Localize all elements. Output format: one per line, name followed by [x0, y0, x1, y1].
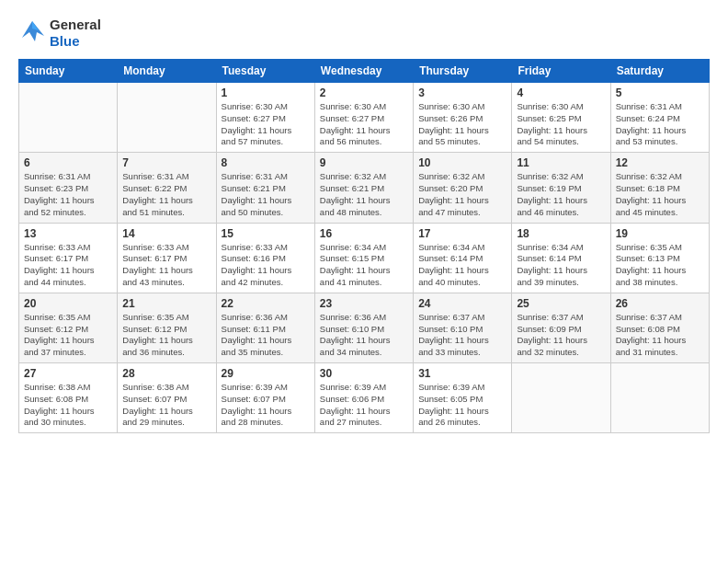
- day-number: 11: [517, 156, 605, 169]
- calendar-weekday-sunday: Sunday: [19, 60, 118, 83]
- day-info: Sunrise: 6:32 AMSunset: 6:21 PMDaylight:…: [320, 171, 408, 218]
- calendar-cell: 5Sunrise: 6:31 AMSunset: 6:24 PMDaylight…: [610, 83, 709, 153]
- day-number: 1: [222, 86, 310, 99]
- calendar-cell: 29Sunrise: 6:39 AMSunset: 6:07 PMDayligh…: [216, 363, 314, 433]
- day-number: 25: [517, 297, 605, 310]
- calendar-cell: 19Sunrise: 6:35 AMSunset: 6:13 PMDayligh…: [610, 223, 709, 293]
- calendar-cell: 6Sunrise: 6:31 AMSunset: 6:23 PMDaylight…: [19, 153, 118, 223]
- calendar-cell: 11Sunrise: 6:32 AMSunset: 6:19 PMDayligh…: [512, 153, 610, 223]
- day-number: 31: [418, 367, 506, 380]
- calendar-cell: 22Sunrise: 6:36 AMSunset: 6:11 PMDayligh…: [216, 293, 314, 362]
- logo-text: General Blue: [50, 17, 101, 50]
- day-number: 26: [616, 297, 704, 310]
- calendar-cell: 3Sunrise: 6:30 AMSunset: 6:26 PMDaylight…: [414, 83, 512, 153]
- calendar-cell: [512, 363, 610, 433]
- day-number: 12: [616, 156, 704, 169]
- calendar-week-2: 6Sunrise: 6:31 AMSunset: 6:23 PMDaylight…: [19, 153, 710, 223]
- calendar-cell: 17Sunrise: 6:34 AMSunset: 6:14 PMDayligh…: [414, 223, 512, 293]
- day-info: Sunrise: 6:31 AMSunset: 6:24 PMDaylight:…: [616, 101, 704, 148]
- calendar-cell: 2Sunrise: 6:30 AMSunset: 6:27 PMDaylight…: [314, 83, 413, 153]
- day-info: Sunrise: 6:34 AMSunset: 6:15 PMDaylight:…: [320, 242, 408, 289]
- day-info: Sunrise: 6:35 AMSunset: 6:12 PMDaylight:…: [122, 312, 210, 359]
- calendar-header-row: SundayMondayTuesdayWednesdayThursdayFrid…: [19, 60, 710, 83]
- calendar-cell: [118, 83, 216, 153]
- calendar-table: SundayMondayTuesdayWednesdayThursdayFrid…: [18, 59, 710, 433]
- day-number: 23: [320, 297, 408, 310]
- day-info: Sunrise: 6:36 AMSunset: 6:11 PMDaylight:…: [222, 312, 310, 359]
- day-number: 4: [517, 86, 605, 99]
- day-info: Sunrise: 6:33 AMSunset: 6:17 PMDaylight:…: [24, 242, 112, 289]
- logo: General Blue: [18, 17, 101, 50]
- day-info: Sunrise: 6:37 AMSunset: 6:08 PMDaylight:…: [616, 312, 704, 359]
- day-number: 27: [24, 367, 112, 380]
- calendar-cell: 12Sunrise: 6:32 AMSunset: 6:18 PMDayligh…: [610, 153, 709, 223]
- day-number: 16: [320, 227, 408, 240]
- calendar-weekday-saturday: Saturday: [610, 60, 709, 83]
- day-number: 5: [616, 86, 704, 99]
- day-number: 15: [222, 227, 310, 240]
- day-number: 3: [418, 86, 506, 99]
- day-info: Sunrise: 6:30 AMSunset: 6:27 PMDaylight:…: [222, 101, 310, 148]
- day-info: Sunrise: 6:35 AMSunset: 6:12 PMDaylight:…: [24, 312, 112, 359]
- calendar-cell: 20Sunrise: 6:35 AMSunset: 6:12 PMDayligh…: [19, 293, 118, 362]
- day-info: Sunrise: 6:32 AMSunset: 6:18 PMDaylight:…: [616, 171, 704, 218]
- day-info: Sunrise: 6:38 AMSunset: 6:07 PMDaylight:…: [122, 382, 210, 429]
- calendar-cell: 30Sunrise: 6:39 AMSunset: 6:06 PMDayligh…: [314, 363, 413, 433]
- day-number: 2: [320, 86, 408, 99]
- day-info: Sunrise: 6:39 AMSunset: 6:07 PMDaylight:…: [222, 382, 310, 429]
- calendar-cell: [19, 83, 118, 153]
- calendar-cell: 16Sunrise: 6:34 AMSunset: 6:15 PMDayligh…: [314, 223, 413, 293]
- day-info: Sunrise: 6:38 AMSunset: 6:08 PMDaylight:…: [24, 382, 112, 429]
- calendar-weekday-tuesday: Tuesday: [216, 60, 314, 83]
- calendar-weekday-friday: Friday: [512, 60, 610, 83]
- calendar-cell: 10Sunrise: 6:32 AMSunset: 6:20 PMDayligh…: [414, 153, 512, 223]
- header: General Blue: [18, 17, 710, 50]
- day-info: Sunrise: 6:33 AMSunset: 6:16 PMDaylight:…: [222, 242, 310, 289]
- calendar-cell: 31Sunrise: 6:39 AMSunset: 6:05 PMDayligh…: [414, 363, 512, 433]
- day-info: Sunrise: 6:31 AMSunset: 6:22 PMDaylight:…: [122, 171, 210, 218]
- calendar-cell: 28Sunrise: 6:38 AMSunset: 6:07 PMDayligh…: [118, 363, 216, 433]
- day-info: Sunrise: 6:32 AMSunset: 6:19 PMDaylight:…: [517, 171, 605, 218]
- logo-icon: [18, 19, 46, 47]
- day-info: Sunrise: 6:36 AMSunset: 6:10 PMDaylight:…: [320, 312, 408, 359]
- calendar-cell: 8Sunrise: 6:31 AMSunset: 6:21 PMDaylight…: [216, 153, 314, 223]
- day-info: Sunrise: 6:37 AMSunset: 6:09 PMDaylight:…: [517, 312, 605, 359]
- calendar-cell: 15Sunrise: 6:33 AMSunset: 6:16 PMDayligh…: [216, 223, 314, 293]
- calendar-week-4: 20Sunrise: 6:35 AMSunset: 6:12 PMDayligh…: [19, 293, 710, 362]
- day-number: 14: [122, 227, 210, 240]
- calendar-week-1: 1Sunrise: 6:30 AMSunset: 6:27 PMDaylight…: [19, 83, 710, 153]
- calendar-cell: 14Sunrise: 6:33 AMSunset: 6:17 PMDayligh…: [118, 223, 216, 293]
- calendar-cell: [610, 363, 709, 433]
- calendar-cell: 27Sunrise: 6:38 AMSunset: 6:08 PMDayligh…: [19, 363, 118, 433]
- day-number: 18: [517, 227, 605, 240]
- day-number: 9: [320, 156, 408, 169]
- calendar-cell: 26Sunrise: 6:37 AMSunset: 6:08 PMDayligh…: [610, 293, 709, 362]
- day-number: 7: [122, 156, 210, 169]
- day-info: Sunrise: 6:39 AMSunset: 6:06 PMDaylight:…: [320, 382, 408, 429]
- calendar-weekday-monday: Monday: [118, 60, 216, 83]
- calendar-cell: 7Sunrise: 6:31 AMSunset: 6:22 PMDaylight…: [118, 153, 216, 223]
- calendar-cell: 1Sunrise: 6:30 AMSunset: 6:27 PMDaylight…: [216, 83, 314, 153]
- calendar-cell: 13Sunrise: 6:33 AMSunset: 6:17 PMDayligh…: [19, 223, 118, 293]
- day-info: Sunrise: 6:37 AMSunset: 6:10 PMDaylight:…: [418, 312, 506, 359]
- day-number: 10: [418, 156, 506, 169]
- day-info: Sunrise: 6:31 AMSunset: 6:23 PMDaylight:…: [24, 171, 112, 218]
- calendar-cell: 9Sunrise: 6:32 AMSunset: 6:21 PMDaylight…: [314, 153, 413, 223]
- day-number: 6: [24, 156, 112, 169]
- day-info: Sunrise: 6:39 AMSunset: 6:05 PMDaylight:…: [418, 382, 506, 429]
- calendar-cell: 24Sunrise: 6:37 AMSunset: 6:10 PMDayligh…: [414, 293, 512, 362]
- day-info: Sunrise: 6:34 AMSunset: 6:14 PMDaylight:…: [517, 242, 605, 289]
- calendar-cell: 21Sunrise: 6:35 AMSunset: 6:12 PMDayligh…: [118, 293, 216, 362]
- day-number: 8: [222, 156, 310, 169]
- day-info: Sunrise: 6:30 AMSunset: 6:26 PMDaylight:…: [418, 101, 506, 148]
- day-number: 13: [24, 227, 112, 240]
- day-info: Sunrise: 6:30 AMSunset: 6:25 PMDaylight:…: [517, 101, 605, 148]
- calendar-weekday-thursday: Thursday: [414, 60, 512, 83]
- day-number: 29: [222, 367, 310, 380]
- day-info: Sunrise: 6:30 AMSunset: 6:27 PMDaylight:…: [320, 101, 408, 148]
- day-info: Sunrise: 6:31 AMSunset: 6:21 PMDaylight:…: [222, 171, 310, 218]
- day-number: 17: [418, 227, 506, 240]
- day-info: Sunrise: 6:32 AMSunset: 6:20 PMDaylight:…: [418, 171, 506, 218]
- calendar-weekday-wednesday: Wednesday: [314, 60, 413, 83]
- calendar-week-5: 27Sunrise: 6:38 AMSunset: 6:08 PMDayligh…: [19, 363, 710, 433]
